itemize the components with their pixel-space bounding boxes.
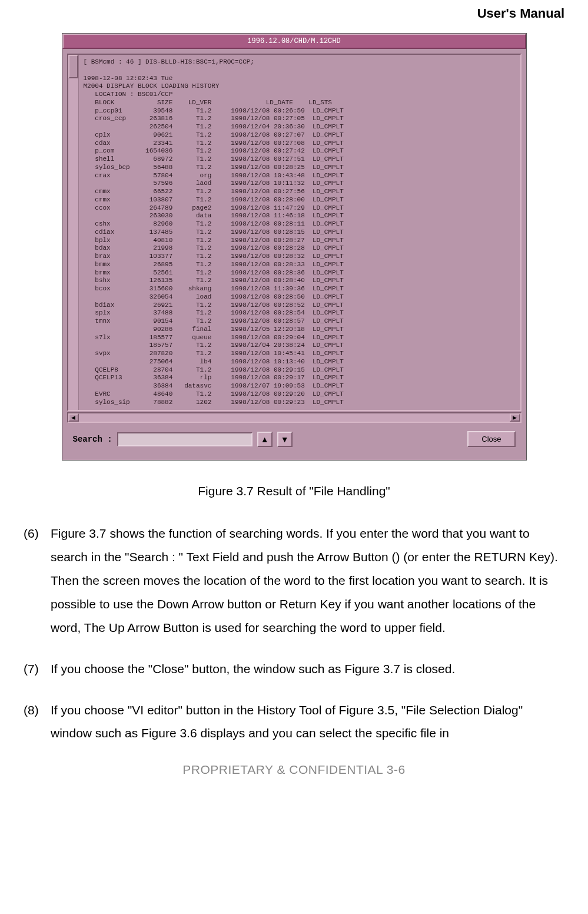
search-down-button[interactable]: ▼	[277, 432, 293, 447]
window-titlebar: 1996.12.08/CHD/M.12CHD	[62, 34, 526, 49]
scroll-left-icon[interactable]: ◀	[68, 413, 79, 422]
page-footer: PROPRIETARY & CONFIDENTIAL 3-6	[24, 763, 564, 777]
page-header: User's Manual	[24, 6, 564, 21]
terminal-output: [ BSMcmd : 46 ] DIS-BLLD-HIS:BSC=1,PROC=…	[79, 55, 520, 410]
item-text: Figure 3.7 shows the function of searchi…	[51, 522, 564, 639]
item-text: If you choose "VI editor" button in the …	[51, 698, 564, 746]
item-text: If you choose the "Close" button, the wi…	[51, 657, 564, 681]
item-number: (7)	[24, 657, 51, 681]
close-button[interactable]: Close	[467, 431, 515, 447]
file-handling-window: 1996.12.08/CHD/M.12CHD [ BSMcmd : 46 ] D…	[62, 33, 527, 461]
vertical-scrollbar[interactable]	[68, 55, 79, 410]
item-number: (8)	[24, 698, 51, 746]
horizontal-scrollbar[interactable]: ◀ ▶	[67, 412, 521, 423]
list-item: (7)If you choose the "Close" button, the…	[24, 657, 564, 681]
search-label: Search :	[73, 435, 112, 444]
item-number: (6)	[24, 522, 51, 639]
search-up-button[interactable]: ▲	[257, 432, 273, 447]
search-input[interactable]	[117, 432, 253, 446]
scroll-container: [ BSMcmd : 46 ] DIS-BLLD-HIS:BSC=1,PROC=…	[67, 54, 521, 411]
figure-caption: Figure 3.7 Result of "File Handling"	[24, 484, 564, 498]
scroll-right-icon[interactable]: ▶	[510, 413, 520, 422]
list-item: (6)Figure 3.7 shows the function of sear…	[24, 522, 564, 639]
list-item: (8)If you choose "VI editor" button in t…	[24, 698, 564, 746]
